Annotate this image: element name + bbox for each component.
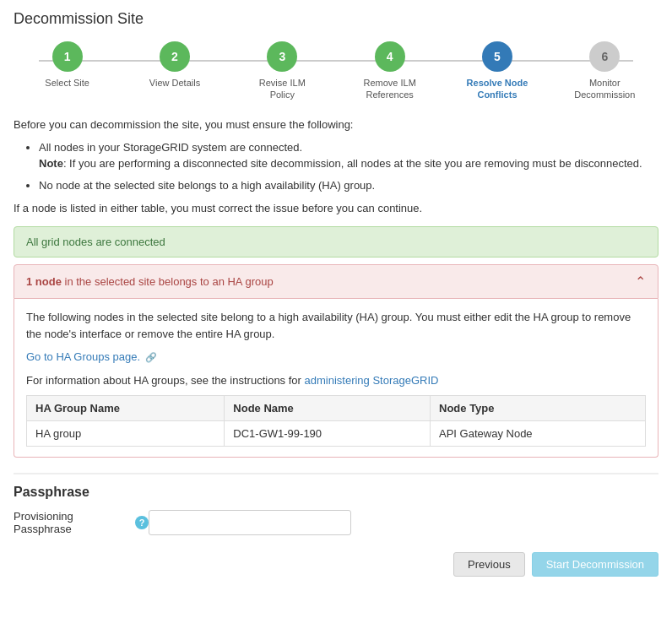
passphrase-title: Passphrase — [14, 485, 658, 500]
step-6-circle: 6 — [589, 41, 620, 72]
table-header-row: HA Group Name Node Name Node Type — [27, 396, 646, 421]
cell-ha-group-name: HA group — [27, 421, 225, 447]
step-2-label: View Details — [149, 77, 200, 89]
danger-rest: in the selected site belongs to an HA gr… — [62, 275, 274, 288]
step-1: 1 Select Site — [14, 41, 121, 89]
passphrase-label: Provisioning Passphrase ? — [14, 510, 149, 535]
bullet-list: All nodes in your StorageGRID system are… — [39, 139, 658, 194]
col-node-type: Node Type — [431, 396, 646, 421]
ha-groups-link-text: Go to HA Groups page. — [26, 350, 140, 363]
danger-alert-header[interactable]: 1 node in the selected site belongs to a… — [14, 264, 658, 299]
step-5-label: Resolve Node Conflicts — [463, 77, 531, 101]
success-alert: All grid nodes are connected — [14, 226, 658, 258]
bullet-2-main: No node at the selected site belongs to … — [39, 179, 375, 192]
bullet-1-note-text: : If you are performing a disconnected s… — [63, 157, 642, 170]
ha-groups-link-line: Go to HA Groups page. 🔗 — [26, 349, 646, 366]
chevron-up-icon: ⌃ — [635, 274, 646, 290]
danger-alert-body: The following nodes in the selected site… — [14, 299, 658, 458]
bullet-1-note: Note — [39, 157, 63, 170]
step-6: 6 Monitor Decommission — [551, 41, 658, 101]
step-4: 4 Remove ILM References — [336, 41, 443, 101]
step-1-circle: 1 — [52, 41, 83, 72]
step-4-circle: 4 — [375, 41, 405, 72]
cell-node-type: API Gateway Node — [431, 421, 646, 447]
info-line: For information about HA groups, see the… — [26, 372, 646, 389]
bullet-2: No node at the selected site belongs to … — [39, 177, 658, 194]
administering-link[interactable]: administering StorageGRID — [305, 374, 439, 387]
bullet-1-main: All nodes in your StorageGRID system are… — [39, 141, 302, 154]
external-link-icon: 🔗 — [145, 352, 157, 362]
bullet-1: All nodes in your StorageGRID system are… — [39, 139, 658, 172]
ha-groups-link[interactable]: Go to HA Groups page. 🔗 — [26, 350, 157, 363]
step-2-circle: 2 — [160, 41, 190, 72]
table-row: HA group DC1-GW1-99-190 API Gateway Node — [27, 421, 646, 447]
step-1-label: Select Site — [45, 77, 89, 89]
info-text: For information about HA groups, see the… — [26, 374, 305, 387]
danger-description: The following nodes in the selected site… — [26, 309, 646, 342]
step-4-label: Remove ILM References — [356, 77, 424, 101]
previous-button[interactable]: Previous — [453, 552, 525, 577]
success-alert-text: All grid nodes are connected — [26, 236, 165, 248]
step-3-circle: 3 — [267, 41, 297, 72]
step-5: 5 Resolve Node Conflicts — [443, 41, 550, 101]
danger-alert-text: 1 node in the selected site belongs to a… — [26, 275, 274, 288]
step-2: 2 View Details — [121, 41, 228, 89]
page-title: Decommission Site — [14, 10, 658, 28]
step-3-label: Revise ILM Policy — [248, 77, 316, 101]
col-node-name: Node Name — [225, 396, 431, 421]
ha-group-table: HA Group Name Node Name Node Type HA gro… — [26, 395, 646, 447]
passphrase-section: Passphrase Provisioning Passphrase ? — [14, 473, 658, 535]
cell-node-name: DC1-GW1-99-190 — [225, 421, 431, 447]
col-ha-group: HA Group Name — [27, 396, 225, 421]
condition-text: If a node is listed in either table, you… — [14, 202, 658, 214]
stepper: 1 Select Site 2 View Details 3 Revise IL… — [14, 41, 658, 101]
administering-link-text: administering StorageGRID — [305, 374, 439, 387]
intro-text: Before you can decommission the site, yo… — [14, 118, 658, 131]
start-decommission-button[interactable]: Start Decommission — [532, 552, 658, 577]
step-3: 3 Revise ILM Policy — [229, 41, 336, 101]
passphrase-form-row: Provisioning Passphrase ? — [14, 510, 658, 535]
passphrase-label-text: Provisioning Passphrase — [14, 510, 132, 535]
footer-buttons: Previous Start Decommission — [14, 552, 658, 585]
passphrase-input[interactable] — [149, 510, 351, 535]
step-5-circle: 5 — [482, 41, 512, 72]
danger-bold: 1 node — [26, 275, 62, 288]
help-icon[interactable]: ? — [135, 516, 149, 529]
step-6-label: Monitor Decommission — [571, 77, 638, 101]
